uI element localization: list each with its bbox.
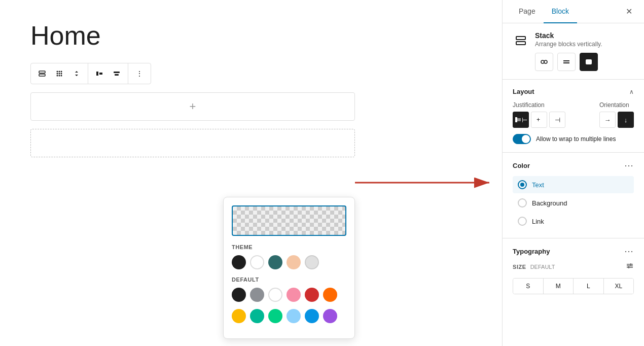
svg-point-6 xyxy=(59,73,60,75)
stack-section: Stack Arrange blocks vertically. xyxy=(503,23,644,80)
add-block-button[interactable]: + xyxy=(30,92,355,121)
color-option-link[interactable]: Link xyxy=(513,213,634,230)
color-text-label: Text xyxy=(532,181,544,189)
close-button[interactable]: ✕ xyxy=(622,5,636,19)
sidebar: Page Block ✕ Stack Arrange blocks vertic… xyxy=(502,0,644,346)
color-radio-background xyxy=(518,198,527,207)
svg-point-8 xyxy=(57,75,58,77)
size-adjust-icon[interactable] xyxy=(626,262,634,272)
swatch-white[interactable] xyxy=(250,255,264,269)
color-link-label: Link xyxy=(532,218,544,225)
just-btn-group: ⊢ + ⊣ xyxy=(513,112,565,128)
swatch-dark-teal[interactable] xyxy=(268,255,282,269)
typography-more-btn[interactable]: ⋯ xyxy=(624,247,634,256)
swatch-d-white[interactable] xyxy=(268,288,282,302)
just-right-btn[interactable]: ⊣ xyxy=(549,112,565,128)
toolbar-arrows-btn[interactable] xyxy=(68,65,85,82)
toolbar-group-1 xyxy=(31,63,88,84)
swatch-d-red[interactable] xyxy=(305,288,319,302)
stack-description: Arrange blocks vertically. xyxy=(535,41,602,48)
toolbar-stack-btn[interactable] xyxy=(34,65,50,82)
swatch-d-green[interactable] xyxy=(268,309,282,323)
wrap-toggle-row: Allow to wrap to multiple lines xyxy=(513,134,634,144)
layout-header: Layout ∧ xyxy=(513,88,634,95)
layout-section: Layout ∧ Justification ⊢ + ⊣ xyxy=(503,80,644,153)
toolbar-align-center-btn[interactable] xyxy=(109,65,125,82)
orientation-label: Orientation xyxy=(599,101,634,109)
sidebar-tabs: Page Block ✕ xyxy=(503,0,644,23)
svg-rect-1 xyxy=(39,74,45,76)
size-xl-btn[interactable]: XL xyxy=(604,279,634,294)
color-option-text[interactable]: Text xyxy=(513,176,634,193)
toolbar-group-2 xyxy=(88,63,128,84)
svg-point-2 xyxy=(57,71,58,73)
toolbar-grid-btn[interactable] xyxy=(51,65,67,82)
color-section-title: Color xyxy=(513,162,530,169)
color-panel-section: Color ⋯ Text Background Link xyxy=(503,153,644,238)
stack-info: Stack Arrange blocks vertically. xyxy=(535,31,602,71)
size-label: SIZE xyxy=(513,264,526,270)
wrap-toggle[interactable] xyxy=(513,134,531,144)
color-section-header: Color ⋯ xyxy=(513,161,634,170)
stack-link-btn[interactable] xyxy=(535,53,553,71)
size-btn-group: S M L XL xyxy=(513,278,634,294)
page-title: Home xyxy=(30,20,472,51)
orient-right-btn[interactable]: → xyxy=(599,112,616,128)
theme-label: THEME xyxy=(232,244,346,250)
swatch-d-teal[interactable] xyxy=(250,309,264,323)
swatch-d-yellow[interactable] xyxy=(232,309,246,323)
default-swatches-row2 xyxy=(232,309,346,323)
size-s-btn[interactable]: S xyxy=(513,279,544,294)
svg-point-10 xyxy=(61,75,62,77)
svg-point-20 xyxy=(544,60,547,63)
theme-swatches xyxy=(232,255,346,269)
svg-rect-24 xyxy=(586,59,592,64)
block-toolbar: ⋮ xyxy=(30,63,151,84)
svg-rect-12 xyxy=(99,73,102,75)
stack-icons-row xyxy=(535,53,602,71)
color-picker-popup: THEME DEFAULT xyxy=(223,197,355,339)
swatch-light-gray[interactable] xyxy=(305,255,319,269)
color-options: Text Background Link xyxy=(513,176,634,230)
stack-fill-btn[interactable] xyxy=(580,53,598,71)
size-default: DEFAULT xyxy=(530,264,555,270)
orient-down-btn[interactable]: ↓ xyxy=(618,112,634,128)
orient-btn-group: → ↓ xyxy=(599,112,634,128)
stack-icon xyxy=(513,32,529,49)
just-left-btn[interactable]: ⊢ xyxy=(513,112,529,128)
swatch-d-black[interactable] xyxy=(232,288,246,302)
svg-rect-23 xyxy=(563,62,569,63)
swatch-d-gray[interactable] xyxy=(250,288,264,302)
size-m-btn[interactable]: M xyxy=(544,279,574,294)
swatch-d-blue[interactable] xyxy=(305,309,319,323)
tabs-left: Page Block xyxy=(511,0,577,23)
typography-section: Typography ⋯ SIZE DEFAULT S M L XL xyxy=(503,238,644,302)
empty-block xyxy=(30,129,355,157)
arrow-indicator xyxy=(355,175,497,192)
toolbar-more-btn[interactable]: ⋮ xyxy=(131,65,148,82)
tab-block[interactable]: Block xyxy=(544,0,577,23)
svg-point-19 xyxy=(541,60,544,63)
svg-rect-13 xyxy=(114,72,120,73)
swatch-peach[interactable] xyxy=(287,255,301,269)
color-option-background[interactable]: Background xyxy=(513,194,634,212)
toolbar-align-left-btn[interactable] xyxy=(91,65,108,82)
swatch-black[interactable] xyxy=(232,255,246,269)
size-row: SIZE DEFAULT xyxy=(513,262,634,272)
svg-rect-11 xyxy=(96,72,98,76)
swatch-d-pink[interactable] xyxy=(287,288,301,302)
color-more-btn[interactable]: ⋯ xyxy=(624,161,634,170)
svg-text:+: + xyxy=(536,116,540,123)
size-l-btn[interactable]: L xyxy=(574,279,604,294)
layout-collapse-btn[interactable]: ∧ xyxy=(629,88,634,95)
color-checker-preview[interactable] xyxy=(232,205,346,236)
stack-split-btn[interactable] xyxy=(557,53,576,71)
sidebar-content: Stack Arrange blocks vertically. xyxy=(503,23,644,346)
swatch-d-orange[interactable] xyxy=(323,288,337,302)
swatch-d-purple[interactable] xyxy=(323,309,337,323)
tab-page[interactable]: Page xyxy=(511,0,544,23)
just-center-btn[interactable]: + xyxy=(531,112,547,128)
layout-title: Layout xyxy=(513,88,534,95)
swatch-d-lightblue[interactable] xyxy=(287,309,301,323)
justification-group: Justification ⊢ + ⊣ xyxy=(513,101,565,128)
